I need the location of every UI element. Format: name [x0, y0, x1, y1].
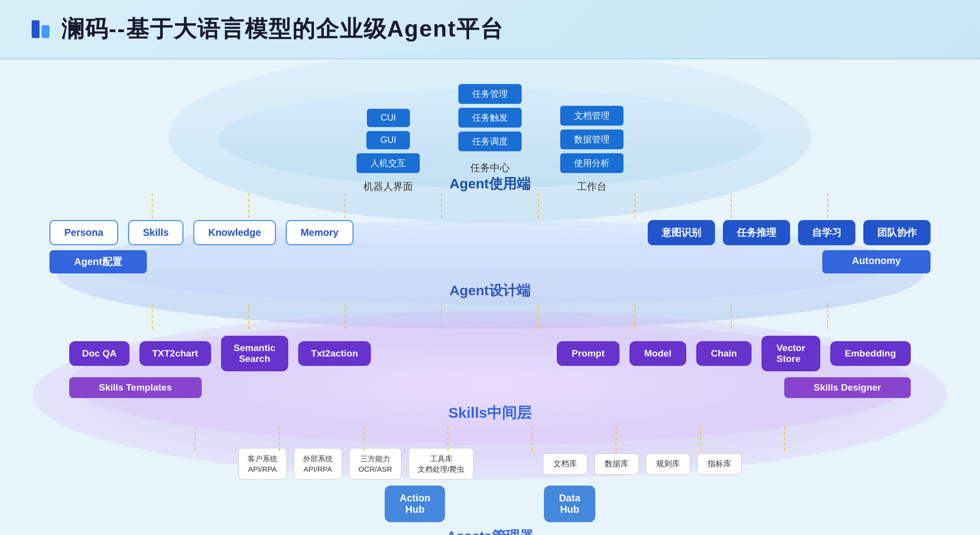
- dashed-line: [441, 193, 442, 218]
- agent-design-label: Agent设计端: [30, 277, 950, 304]
- assets-right-row: 文档库 数据库 规则库 指标库: [543, 453, 742, 475]
- action-hub-box: Action Hub: [385, 486, 445, 522]
- data-hub-label2: Hub: [559, 504, 580, 515]
- svg-rect-0: [32, 20, 40, 38]
- skills-right: Prompt Model Chain VectorStore Embedding: [557, 336, 911, 371]
- task-schedule-box: 任务调度: [458, 132, 522, 151]
- skills-left: Doc QA TXT2chart Semantic Search Txt2act…: [69, 336, 371, 371]
- assets-left-row: 客户系统 API/RPA 外部系统 API/RPA 三方能力 OCR/ASR 工…: [238, 448, 474, 480]
- logo-icon: [30, 18, 51, 40]
- assets-top-row: 客户系统 API/RPA 外部系统 API/RPA 三方能力 OCR/ASR 工…: [30, 448, 950, 480]
- chain-box: Chain: [696, 341, 752, 366]
- dashed-line: [447, 426, 448, 451]
- dashed-line: [731, 304, 732, 329]
- dashed-line: [532, 426, 533, 451]
- dashed-line: [248, 193, 249, 218]
- team-collab-box: 团队协作: [863, 220, 931, 245]
- agent-design-section: Persona Skills Knowledge Memory 意图识别 任务推…: [30, 215, 950, 304]
- dashed-line: [538, 304, 539, 329]
- doc-qa-box: Doc QA: [69, 341, 130, 366]
- main-content: CUI GUI 人机交互 机器人界面 任务管理 任务触发 任务调度 任务中心: [0, 59, 980, 535]
- dashed-lines-2: [30, 304, 950, 326]
- semantic-search-box: Semantic Search: [221, 336, 288, 371]
- agent-config-box: Agent配置: [49, 250, 147, 273]
- action-hub-label2: Hub: [400, 504, 430, 515]
- skills-top-row: Doc QA TXT2chart Semantic Search Txt2act…: [30, 326, 950, 371]
- dashed-line: [152, 193, 153, 218]
- page-title: 澜码--基于大语言模型的企业级Agent平台: [61, 14, 504, 45]
- workbench-label: 工作台: [577, 180, 607, 193]
- knowledge-box: Knowledge: [193, 220, 276, 245]
- persona-box: Persona: [49, 220, 118, 245]
- dashed-line: [827, 304, 828, 329]
- task-trigger-box: 任务触发: [458, 108, 522, 128]
- dashed-line: [634, 193, 635, 218]
- assets-manager-label: Assets管理器: [30, 527, 950, 535]
- dashed-line: [700, 426, 701, 451]
- vector-store-box: VectorStore: [761, 336, 820, 371]
- dashed-line: [441, 304, 442, 329]
- dashed-line: [363, 426, 364, 451]
- intent-recog-box: 意图识别: [648, 220, 715, 245]
- human-interact-box: 人机交互: [356, 153, 420, 173]
- task-reason-box: 任务推理: [723, 220, 790, 245]
- memory-box: Memory: [286, 220, 354, 245]
- workbench-column: 文档管理 数据管理 使用分析 工作台: [560, 106, 624, 193]
- data-mgmt-box: 数据管理: [560, 130, 624, 149]
- embedding-box: Embedding: [830, 341, 911, 366]
- task-center-column: 任务管理 任务触发 任务调度 任务中心 Agent使用端: [449, 84, 530, 193]
- autonomy-box: Autonomy: [822, 250, 931, 273]
- task-mgmt-box: 任务管理: [458, 84, 522, 104]
- data-hub-box: Data Hub: [544, 486, 595, 522]
- self-learn-box: 自学习: [798, 220, 855, 245]
- dashed-line: [616, 426, 617, 451]
- dashed-line: [195, 426, 196, 451]
- design-left-group: Persona Skills Knowledge Memory: [49, 220, 354, 245]
- txt2chart-box: TXT2chart: [139, 341, 211, 366]
- dashed-line: [279, 426, 280, 451]
- dashed-line: [345, 304, 346, 329]
- gui-box: GUI: [366, 131, 410, 149]
- skills-row2: Skills Templates Skills Designer: [30, 371, 950, 398]
- external-api-box: 外部系统 API/RPA: [294, 448, 342, 480]
- skills-layer-label: Skills中间层: [30, 398, 950, 426]
- toolbox-box: 工具库 文档处理/爬虫: [408, 448, 474, 480]
- robot-ui-label: 机器人界面: [363, 180, 413, 193]
- doc-mgmt-box: 文档管理: [560, 106, 624, 126]
- dashed-line: [152, 304, 153, 329]
- rules-lib-box: 规则库: [646, 453, 690, 475]
- agent-use-section: CUI GUI 人机交互 机器人界面 任务管理 任务触发 任务调度 任务中心: [30, 74, 950, 193]
- design-right-group: 意图识别 任务推理 自学习 团队协作: [648, 220, 931, 245]
- svg-rect-1: [42, 25, 49, 38]
- data-hub-label: Data: [559, 492, 580, 504]
- assets-section: 客户系统 API/RPA 外部系统 API/RPA 三方能力 OCR/ASR 工…: [30, 448, 950, 535]
- doc-lib-box: 文档库: [543, 453, 587, 475]
- dashed-line: [248, 304, 249, 329]
- usage-analysis-box: 使用分析: [560, 153, 624, 173]
- skills-templates-box: Skills Templates: [69, 377, 202, 398]
- third-party-box: 三方能力 OCR/ASR: [349, 448, 401, 480]
- dashed-line: [731, 193, 732, 218]
- dashed-line: [784, 426, 785, 451]
- prompt-box: Prompt: [557, 341, 620, 366]
- metrics-lib-box: 指标库: [697, 453, 742, 475]
- dashed-line: [827, 193, 828, 218]
- dashed-lines-1: [30, 193, 950, 215]
- skills-section: Doc QA TXT2chart Semantic Search Txt2act…: [30, 321, 950, 426]
- dashed-line: [345, 193, 346, 218]
- skills-designer-box: Skills Designer: [784, 377, 911, 398]
- robot-ui-column: CUI GUI 人机交互 机器人界面: [356, 109, 420, 193]
- task-center-label: 任务中心: [449, 161, 530, 175]
- data-lib-box: 数据库: [594, 453, 639, 475]
- cui-box: CUI: [367, 109, 410, 127]
- customer-api-box: 客户系统 API/RPA: [238, 448, 287, 480]
- dashed-line: [538, 193, 539, 218]
- model-box: Model: [629, 341, 686, 366]
- skills-box: Skills: [128, 220, 183, 245]
- action-hub-label: Action: [400, 492, 430, 504]
- dashed-lines-3: [30, 426, 950, 448]
- dashed-line: [634, 304, 635, 329]
- assets-hubs-row: Action Hub Data Hub: [30, 486, 950, 522]
- txt2action-box: Txt2action: [298, 341, 371, 366]
- agent-use-end-label: Agent使用端: [449, 175, 530, 193]
